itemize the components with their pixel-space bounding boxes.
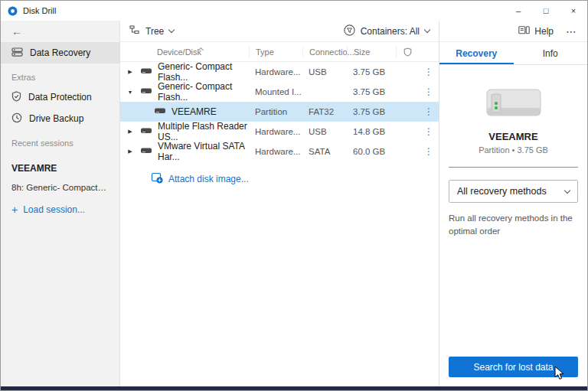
device-name: VMware Virtual SATA Har... bbox=[158, 141, 249, 162]
shield-column-icon[interactable] bbox=[396, 46, 419, 58]
attach-disk-image-link[interactable]: Attach disk image... bbox=[151, 172, 439, 186]
help-label: Help bbox=[534, 26, 554, 37]
sidebar-item-label: Data Protection bbox=[28, 92, 92, 103]
collapse-icon[interactable]: ▼ bbox=[120, 90, 140, 95]
expand-icon[interactable]: ▶ bbox=[120, 69, 140, 75]
device-type: Mounted I... bbox=[249, 87, 302, 96]
window-title: Disk Drill bbox=[23, 6, 505, 15]
expand-icon[interactable]: ▶ bbox=[120, 148, 140, 155]
row-menu-button[interactable]: ⋮ bbox=[419, 106, 439, 117]
row-menu-button[interactable]: ⋮ bbox=[419, 146, 439, 157]
session-item[interactable]: 8h: Generic- Compact Flas... bbox=[1, 174, 119, 192]
sidebar-item-drive-backup[interactable]: Drive Backup bbox=[1, 108, 119, 129]
drive-icon bbox=[140, 126, 152, 137]
drive-icon bbox=[140, 67, 152, 77]
method-description: Run all recovery methods in the optimal … bbox=[449, 212, 578, 237]
extras-section-label: Extras bbox=[1, 64, 119, 86]
sidebar-item-data-recovery[interactable]: Data Recovery bbox=[1, 42, 119, 64]
device-type: Hardware... bbox=[249, 147, 302, 156]
panel-divider bbox=[449, 167, 578, 168]
selected-device-name: VEEAMRE bbox=[449, 131, 578, 142]
help-button[interactable]: Help bbox=[518, 26, 554, 37]
drive-icon bbox=[140, 146, 152, 157]
device-size: 14.8 GB bbox=[347, 127, 396, 136]
more-menu-button[interactable]: ⋯ bbox=[566, 25, 577, 37]
partition-icon bbox=[154, 106, 166, 117]
close-button[interactable]: × bbox=[560, 1, 587, 21]
selected-device-meta: Partition • 3.75 GB bbox=[449, 145, 578, 155]
tab-recovery[interactable]: Recovery bbox=[439, 42, 514, 64]
sidebar-item-label: Data Recovery bbox=[30, 47, 90, 58]
disk-image-plus-icon bbox=[151, 172, 163, 186]
load-session-link[interactable]: + Load session... bbox=[1, 192, 119, 215]
row-menu-button[interactable]: ⋮ bbox=[419, 67, 439, 77]
table-header: Device/Disk Type Connectio... Size bbox=[120, 42, 439, 62]
device-connection: FAT32 bbox=[302, 107, 347, 116]
device-list-pane: Tree Containers: All Device/Disk Ty bbox=[120, 21, 439, 386]
device-type: Hardware... bbox=[249, 67, 302, 77]
load-session-label: Load session... bbox=[23, 204, 85, 215]
view-mode-label: Tree bbox=[145, 26, 164, 37]
window-bottom-edge bbox=[1, 386, 587, 390]
table-row[interactable]: ▼ Generic- Compact Flash... Mounted I...… bbox=[120, 82, 439, 102]
column-type[interactable]: Type bbox=[249, 46, 302, 58]
device-connection: USB bbox=[302, 67, 347, 77]
drive-stack-icon bbox=[11, 47, 23, 59]
shield-check-icon bbox=[11, 91, 21, 104]
table-row[interactable]: ▶ Generic- Compact Flash... Hardware... … bbox=[120, 62, 439, 82]
device-type: Partition bbox=[249, 107, 302, 116]
drive-illustration bbox=[481, 85, 547, 122]
table-row[interactable]: ▶ Multiple Flash Reader US... Hardware..… bbox=[120, 122, 439, 142]
device-type: Hardware... bbox=[249, 127, 302, 136]
drive-icon bbox=[140, 86, 152, 97]
clock-backup-icon bbox=[11, 112, 22, 125]
sidebar-item-data-protection[interactable]: Data Protection bbox=[1, 86, 119, 108]
recovery-panel: Help ⋯ Recovery Info VEEAMRE Partition •… bbox=[439, 21, 587, 386]
containers-filter-label: Containers: All bbox=[361, 26, 420, 37]
maximize-button[interactable]: □ bbox=[532, 1, 560, 21]
device-size: 60.0 GB bbox=[347, 147, 396, 156]
chevron-down-icon bbox=[168, 27, 175, 33]
title-bar: Disk Drill – □ × bbox=[1, 1, 587, 21]
column-connection[interactable]: Connectio... bbox=[302, 46, 347, 58]
row-menu-button[interactable]: ⋮ bbox=[419, 126, 439, 137]
recovery-method-dropdown[interactable]: All recovery methods bbox=[449, 180, 578, 203]
mouse-cursor bbox=[554, 366, 565, 380]
tree-view-icon bbox=[129, 25, 140, 37]
help-icon bbox=[518, 26, 530, 37]
containers-filter-dropdown[interactable]: Containers: All bbox=[344, 24, 430, 38]
device-name: Generic- Compact Flash... bbox=[158, 81, 249, 103]
tab-info[interactable]: Info bbox=[514, 42, 588, 64]
table-row[interactable]: ▶ VMware Virtual SATA Har... Hardware...… bbox=[120, 142, 439, 161]
view-mode-dropdown[interactable]: Tree bbox=[129, 25, 174, 37]
app-icon bbox=[8, 6, 18, 16]
chevron-down-icon bbox=[424, 27, 430, 33]
device-size: 3.75 GB bbox=[347, 67, 396, 77]
recent-sessions-label: Recent sessions bbox=[1, 129, 119, 152]
device-name: VEEAMRE bbox=[172, 106, 217, 117]
sidebar: ← Data Recovery Extras Data Protection D… bbox=[1, 21, 120, 386]
device-connection: SATA bbox=[302, 147, 347, 156]
column-size[interactable]: Size bbox=[347, 46, 396, 58]
disk-drill-window: Disk Drill – □ × ← Data Recovery Extras bbox=[0, 0, 588, 391]
panel-tabs: Recovery Info bbox=[439, 42, 587, 65]
table-row-selected[interactable]: VEEAMRE Partition FAT32 3.75 GB ⋮ bbox=[120, 102, 439, 122]
column-device[interactable]: Device/Disk bbox=[140, 47, 249, 57]
device-connection: USB bbox=[302, 127, 347, 136]
expand-icon[interactable]: ▶ bbox=[120, 129, 140, 135]
device-size: 3.75 GB bbox=[347, 107, 396, 116]
minimize-button[interactable]: – bbox=[505, 1, 532, 21]
recovery-method-label: All recovery methods bbox=[457, 186, 547, 197]
row-menu-button[interactable]: ⋮ bbox=[419, 86, 439, 97]
device-name: Generic- Compact Flash... bbox=[158, 61, 249, 83]
plus-icon: + bbox=[11, 206, 18, 213]
attach-disk-image-label: Attach disk image... bbox=[168, 174, 249, 184]
device-name: Multiple Flash Reader US... bbox=[158, 121, 249, 142]
chevron-down-icon bbox=[564, 187, 570, 193]
back-button[interactable]: ← bbox=[11, 25, 22, 37]
filter-icon bbox=[344, 24, 355, 38]
device-size: 3.75 GB bbox=[347, 87, 396, 96]
session-name[interactable]: VEEAMRE bbox=[1, 152, 119, 174]
sidebar-item-label: Drive Backup bbox=[29, 113, 83, 124]
